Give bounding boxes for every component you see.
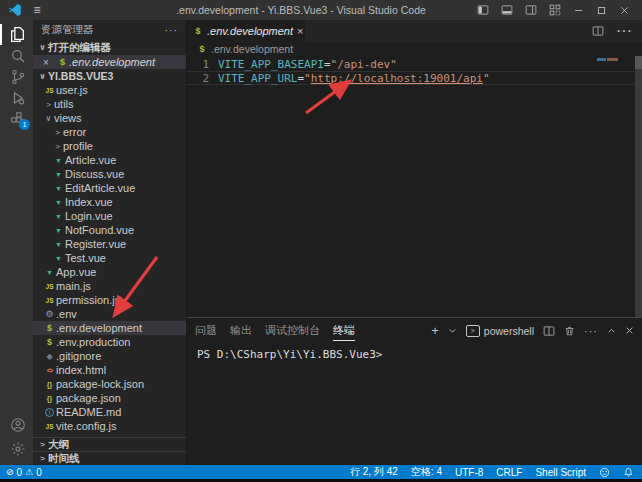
close-panel-icon[interactable] — [625, 326, 634, 335]
tree-item-discuss.vue[interactable]: ▼Discuss.vue — [33, 167, 186, 181]
tree-item-error[interactable]: >error — [33, 125, 186, 139]
kill-terminal-icon[interactable] — [564, 325, 575, 337]
tree-item-.env.production[interactable]: $.env.production — [33, 335, 186, 349]
window-title: .env.development - Yi.BBS.Vue3 - Visual … — [120, 4, 482, 16]
powershell-icon: > — [466, 325, 480, 337]
search-icon[interactable] — [0, 45, 33, 66]
chevron-down-icon: ∨ — [37, 72, 48, 81]
breadcrumb[interactable]: $ .env.development — [187, 42, 642, 56]
panel-tab-debug-console[interactable]: 调试控制台 — [265, 320, 320, 341]
tree-item-user.js[interactable]: JSuser.js — [33, 83, 186, 97]
maximize-panel-icon[interactable] — [607, 326, 616, 335]
tree-item-label: package.json — [56, 392, 121, 404]
js-file-icon: JS — [43, 423, 56, 430]
terminal-panel: 问题输出调试控制台终端 + > powershell ··· — [187, 317, 642, 465]
tree-item-article.vue[interactable]: ▼Article.vue — [33, 153, 186, 167]
tree-item-.env.development[interactable]: $.env.development — [33, 321, 186, 335]
tree-item-.env[interactable]: ⚙.env — [33, 307, 186, 321]
status-eol[interactable]: CRLF — [496, 467, 522, 478]
terminal-prompt: PS D:\CSharp\Yi\Yi.BBS.Vue3> — [197, 348, 382, 361]
code-token: " — [483, 72, 490, 85]
menu-hamburger-icon[interactable]: ≡ — [26, 0, 48, 20]
open-editors-header[interactable]: ∨ 打开的编辑器 — [33, 40, 186, 55]
open-editor-item[interactable]: × $ .env.development — [33, 55, 186, 69]
url-link[interactable]: http://localhost:19001/api — [311, 72, 483, 85]
vue-file-icon: ▼ — [52, 157, 65, 164]
tree-item-index.vue[interactable]: ▼Index.vue — [33, 195, 186, 209]
panel-more-actions-icon[interactable]: ··· — [584, 325, 598, 337]
vue-file-icon: ▼ — [52, 199, 65, 206]
split-editor-icon[interactable] — [592, 25, 604, 37]
tree-item-label: profile — [63, 140, 93, 152]
tree-item-register.vue[interactable]: ▼Register.vue — [33, 237, 186, 251]
tree-item-readme.md[interactable]: iREADME.md — [33, 405, 186, 419]
project-root-header[interactable]: ∨ YI.BBS.VUE3 — [33, 69, 186, 83]
status-indentation[interactable]: 空格: 4 — [411, 465, 442, 479]
tree-item-label: Article.vue — [65, 154, 116, 166]
warning-triangle-icon: ⚠ — [25, 467, 33, 477]
panel-tab-problems[interactable]: 问题 — [195, 320, 217, 341]
tree-item-notfound.vue[interactable]: ▼NotFound.vue — [33, 223, 186, 237]
notifications-bell-icon[interactable] — [623, 467, 634, 478]
toggle-secondary-sidebar-icon[interactable] — [525, 4, 537, 16]
panel-tab-terminal[interactable]: 终端 — [333, 320, 355, 341]
tree-item-permission.js[interactable]: JSpermission.js — [33, 293, 186, 307]
status-encoding[interactable]: UTF-8 — [455, 467, 483, 478]
terminal-content[interactable]: PS D:\CSharp\Yi\Yi.BBS.Vue3> — [187, 343, 642, 465]
code-line-2[interactable]: 2VITE_APP_URL="http://localhost:19001/ap… — [187, 71, 642, 85]
tree-item-index.html[interactable]: <>index.html — [33, 363, 186, 377]
minimize-button[interactable] — [573, 5, 584, 16]
tree-item-main.js[interactable]: JSmain.js — [33, 279, 186, 293]
new-terminal-icon[interactable]: + — [431, 326, 439, 336]
tree-item-label: .env.development — [56, 322, 142, 334]
feedback-icon[interactable] — [599, 467, 610, 478]
tree-item-vite.config.js[interactable]: JSvite.config.js — [33, 419, 186, 433]
editor-more-actions-icon[interactable]: ··· — [616, 22, 632, 40]
status-bar: ⊘ 0 ⚠ 0 行 2, 列 42空格: 4UTF-8CRLFShell Scr… — [0, 465, 642, 479]
more-actions-icon[interactable]: ··· — [165, 24, 179, 36]
code-editor[interactable]: 1VITE_APP_BASEAPI="/api-dev"2VITE_APP_UR… — [187, 56, 642, 317]
explorer-icon[interactable] — [0, 24, 33, 45]
split-terminal-icon[interactable] — [543, 325, 555, 337]
json-file-icon: {} — [43, 381, 56, 388]
customize-layout-icon[interactable] — [549, 4, 561, 16]
tab-env-development[interactable]: $ .env.development × — [187, 20, 305, 42]
tree-item-app.vue[interactable]: ▼App.vue — [33, 265, 186, 279]
tree-item-test.vue[interactable]: ▼Test.vue — [33, 251, 186, 265]
terminal-dropdown-chevron-icon[interactable] — [448, 326, 457, 335]
tab-close-icon[interactable]: × — [297, 25, 303, 37]
tree-item-editarticle.vue[interactable]: ▼EditArticle.vue — [33, 181, 186, 195]
tree-item-utils[interactable]: >utils — [33, 97, 186, 111]
problems-status[interactable]: ⊘ 0 ⚠ 0 — [6, 467, 42, 478]
status-cursor-position[interactable]: 行 2, 列 42 — [350, 465, 398, 479]
env-file-icon: $ — [43, 323, 56, 333]
status-language-mode[interactable]: Shell Script — [535, 467, 586, 478]
minimap[interactable] — [597, 58, 618, 61]
editor-scrollbar[interactable] — [635, 56, 642, 317]
run-debug-icon[interactable] — [0, 87, 33, 108]
tree-item-package-lock.json[interactable]: {}package-lock.json — [33, 377, 186, 391]
close-editor-icon[interactable]: × — [43, 57, 56, 68]
outline-section[interactable]: > 大纲 — [33, 437, 186, 451]
settings-icon[interactable] — [0, 437, 33, 461]
timeline-section[interactable]: > 时间线 — [33, 451, 186, 465]
tree-item-.gitignore[interactable]: ◆.gitignore — [33, 349, 186, 363]
shell-selector[interactable]: > powershell — [466, 325, 534, 337]
chevron-right-icon: > — [52, 128, 63, 137]
tree-item-label: Test.vue — [65, 252, 106, 264]
maximize-button[interactable] — [596, 5, 607, 16]
close-window-button[interactable] — [619, 5, 630, 16]
tree-item-package.json[interactable]: {}package.json — [33, 391, 186, 405]
tree-item-views[interactable]: ∨views — [33, 111, 186, 125]
account-icon[interactable] — [0, 413, 33, 437]
code-line-1[interactable]: 1VITE_APP_BASEAPI="/api-dev" — [187, 57, 642, 71]
tree-item-label: Login.vue — [65, 210, 113, 222]
tree-item-login.vue[interactable]: ▼Login.vue — [33, 209, 186, 223]
tree-item-label: Index.vue — [65, 196, 113, 208]
chevron-down-icon: ∨ — [37, 43, 48, 52]
panel-tab-output[interactable]: 输出 — [230, 320, 252, 341]
extensions-icon[interactable]: 1 — [0, 108, 33, 129]
source-control-icon[interactable] — [0, 66, 33, 87]
toggle-panel-icon[interactable] — [501, 4, 513, 16]
tree-item-profile[interactable]: >profile — [33, 139, 186, 153]
